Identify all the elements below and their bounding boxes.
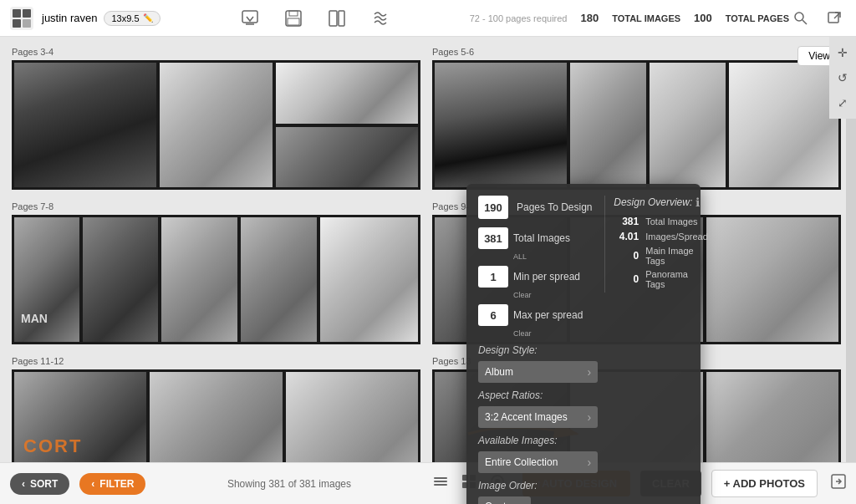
toolbar-center <box>160 7 470 30</box>
total-pages-count: 100 <box>694 12 712 24</box>
grid-icon[interactable] <box>369 7 392 30</box>
expand-icon[interactable]: ⤢ <box>833 94 852 112</box>
photo-1-2[interactable] <box>276 63 418 124</box>
toolbar-action-icons <box>789 7 846 30</box>
overview-row-3: 0 Panorama Tags <box>614 269 708 289</box>
filter-label: FILTER <box>99 478 134 490</box>
overview-label-2: Main Image Tags <box>645 246 708 266</box>
sort-label: SORT <box>30 478 58 490</box>
app-logo <box>10 7 33 30</box>
photo-4-3[interactable] <box>706 217 838 342</box>
size-value: 13x9.5 <box>111 13 139 23</box>
photo-2-4[interactable] <box>729 63 838 187</box>
spread-photos-2 <box>432 60 841 190</box>
photo-3-3[interactable] <box>161 217 237 342</box>
photo-5-3[interactable] <box>286 372 418 462</box>
design-style-select[interactable]: Album › <box>478 361 598 383</box>
spread-card-2[interactable]: Pages 5-6 <box>432 47 841 190</box>
max-spread-num: 6 <box>478 304 508 326</box>
max-spread-label: Max per spread <box>513 309 583 321</box>
spread-photos-1 <box>12 60 420 190</box>
edit-icon: ✏️ <box>143 13 153 23</box>
svg-point-12 <box>795 13 803 21</box>
photo-3-1[interactable]: MAN <box>14 217 79 342</box>
image-order-select[interactable]: Capture Date › <box>478 496 531 504</box>
min-clear-link[interactable]: Clear <box>513 291 598 299</box>
aspect-ratios-chevron: › <box>588 410 592 424</box>
svg-rect-2 <box>23 9 31 18</box>
photo-2-2[interactable] <box>570 63 646 187</box>
bottom-toolbar: ‹ SORT ‹ FILTER Showing 381 of 381 image… <box>0 462 856 504</box>
svg-rect-14 <box>828 13 838 23</box>
search-icon[interactable] <box>789 7 813 30</box>
photo-2-1[interactable] <box>435 63 567 187</box>
photo-2-3[interactable] <box>650 63 726 187</box>
svg-rect-11 <box>339 11 344 26</box>
overview-label-3: Panorama Tags <box>645 269 708 289</box>
total-images-num: 381 <box>478 227 508 249</box>
filter-button[interactable]: ‹ FILTER <box>79 473 145 495</box>
pages-required: 72 - 100 pages required <box>470 13 568 23</box>
svg-rect-8 <box>289 11 298 16</box>
sort-button[interactable]: ‹ SORT <box>10 473 69 495</box>
bottom-icon-1[interactable] <box>432 473 449 494</box>
download-icon[interactable] <box>238 7 262 30</box>
pages-to-design-label: Pages To Design <box>517 201 593 213</box>
spread-photos-3: MAN <box>12 215 420 344</box>
spread-card-3[interactable]: Pages 7-8 MAN <box>12 201 420 344</box>
photo-grid: Pages 3-4 Pages 5-6 <box>0 37 856 462</box>
available-images-title: Available Images: <box>478 435 598 446</box>
aspect-ratios-select[interactable]: 3:2 Accent Images › <box>478 406 598 428</box>
photo-5-2[interactable] <box>150 372 282 462</box>
size-badge[interactable]: 13x9.5 ✏️ <box>104 11 160 26</box>
svg-rect-3 <box>13 19 21 28</box>
spread-card-1[interactable]: Pages 3-4 <box>12 47 420 190</box>
design-style-chevron: › <box>588 365 592 379</box>
toolbar-right: 72 - 100 pages required 180 TOTAL IMAGES… <box>470 12 789 24</box>
overview-row-2: 0 Main Image Tags <box>614 246 708 266</box>
overview-label-0: Total Images <box>645 216 697 227</box>
info-icon[interactable]: ℹ <box>696 196 700 209</box>
svg-rect-18 <box>434 481 447 482</box>
total-pages-label: TOTAL PAGES <box>726 13 789 23</box>
overview-row-1: 4.01 Images/Spread <box>614 231 708 242</box>
add-photos-button[interactable]: + ADD PHOTOS <box>711 470 818 497</box>
overview-num-1: 4.01 <box>614 231 639 242</box>
external-link-icon[interactable] <box>823 7 846 30</box>
max-clear-link[interactable]: Clear <box>513 329 598 338</box>
layout-icon[interactable] <box>325 7 349 30</box>
crosshair-icon[interactable]: ✛ <box>833 43 852 62</box>
showing-text: Showing 381 of 381 images <box>155 478 422 490</box>
photo-1-3[interactable] <box>276 127 418 188</box>
svg-rect-19 <box>434 484 447 486</box>
photo-6-3[interactable] <box>706 372 838 462</box>
min-spread-num: 1 <box>478 266 508 288</box>
refresh-icon[interactable]: ↺ <box>833 69 852 87</box>
photo-1-1[interactable] <box>14 63 156 187</box>
total-images-label: TOTAL IMAGES <box>612 13 680 23</box>
image-order-value: Capture Date <box>485 501 521 504</box>
photo-3-2[interactable] <box>83 217 159 342</box>
photo-3-5[interactable] <box>320 217 418 342</box>
sort-chevron-left: ‹ <box>22 478 25 490</box>
total-images-popup-label: Total Images <box>513 232 570 244</box>
svg-rect-4 <box>23 19 31 28</box>
spread-label-5: Pages 11-12 <box>12 356 420 366</box>
right-side-panel: ✛ ↺ ⤢ <box>829 37 856 119</box>
overview-title: Design Overview: <box>614 196 692 208</box>
overview-row-0: 381 Total Images <box>614 216 708 227</box>
aspect-ratios-title: Aspect Ratios: <box>478 389 598 401</box>
photo-3-4[interactable] <box>241 217 317 342</box>
total-images-sub: ALL <box>513 252 598 261</box>
cort-label: CORT <box>23 435 82 457</box>
share-icon[interactable] <box>831 474 846 493</box>
overview-label-1: Images/Spread <box>645 232 708 242</box>
photo-1-4[interactable] <box>160 63 273 187</box>
username-label: justin raven <box>42 12 97 24</box>
overview-num-3: 0 <box>614 273 639 285</box>
svg-rect-10 <box>329 11 337 26</box>
save-icon[interactable] <box>282 7 305 30</box>
available-images-select[interactable]: Entire Collection › <box>478 451 598 473</box>
aspect-ratios-value: 3:2 Accent Images <box>485 411 568 423</box>
top-toolbar: justin raven 13x9.5 ✏️ <box>0 0 856 37</box>
